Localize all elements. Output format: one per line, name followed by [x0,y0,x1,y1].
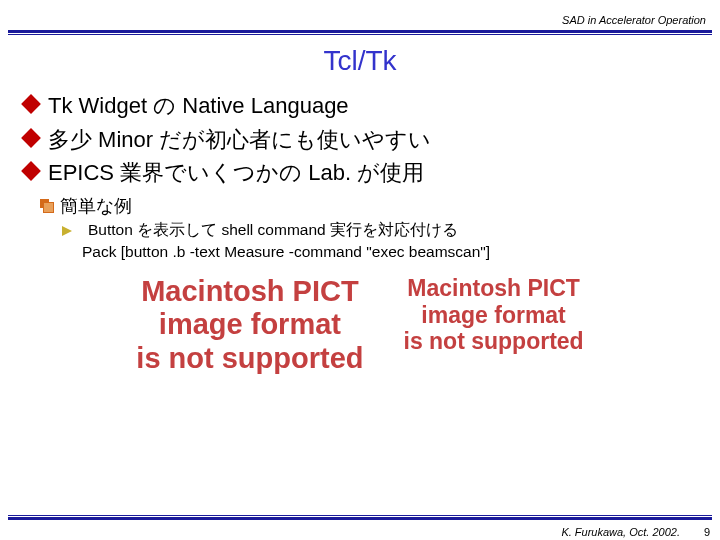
bullet-item: EPICS 業界でいくつかの Lab. が使用 [22,158,698,188]
header-rule: SAD in Accelerator Operation [8,10,712,33]
header-text: SAD in Accelerator Operation [562,14,712,26]
bullet-item: 多少 Minor だが初心者にも使いやすい [22,125,698,155]
bullet-item: Tk Widget の Native Language [22,91,698,121]
footer-credit: K. Furukawa, Oct. 2002. [561,526,680,538]
pict-line: Macintosh PICT [404,275,584,301]
diamond-icon [21,128,41,148]
footer-rule [8,515,712,520]
diamond-icon [21,94,41,114]
box-icon [40,199,52,211]
bullet-text: EPICS 業界でいくつかの Lab. が使用 [48,158,424,188]
pict-line: image format [404,302,584,328]
code-line: Pack [button .b -text Measure -command "… [82,243,698,261]
content-area: Tk Widget の Native Language 多少 Minor だが初… [0,91,720,375]
subsub-bullet-item: Button を表示して shell command 実行を対応付ける [62,220,698,241]
sub-bullet-text: 簡単な例 [60,194,132,218]
pict-line: image format [136,308,363,341]
wedge-icon [62,226,82,236]
pict-line: Macintosh PICT [136,275,363,308]
sub-bullet-item: 簡単な例 [40,194,698,218]
header-thin-rule [8,34,712,35]
pict-placeholder: Macintosh PICT image format is not suppo… [136,275,363,375]
bullet-text: 多少 Minor だが初心者にも使いやすい [48,125,431,155]
page-number: 9 [704,526,710,538]
footer-thick-rule [8,517,712,520]
bullet-text: Tk Widget の Native Language [48,91,349,121]
slide-title: Tcl/Tk [0,45,720,77]
pict-line: is not supported [404,328,584,354]
subsub-bullet-text: Button を表示して shell command 実行を対応付ける [88,220,458,241]
pict-line: is not supported [136,342,363,375]
diamond-icon [21,161,41,181]
image-placeholders: Macintosh PICT image format is not suppo… [22,275,698,375]
pict-placeholder: Macintosh PICT image format is not suppo… [404,275,584,375]
